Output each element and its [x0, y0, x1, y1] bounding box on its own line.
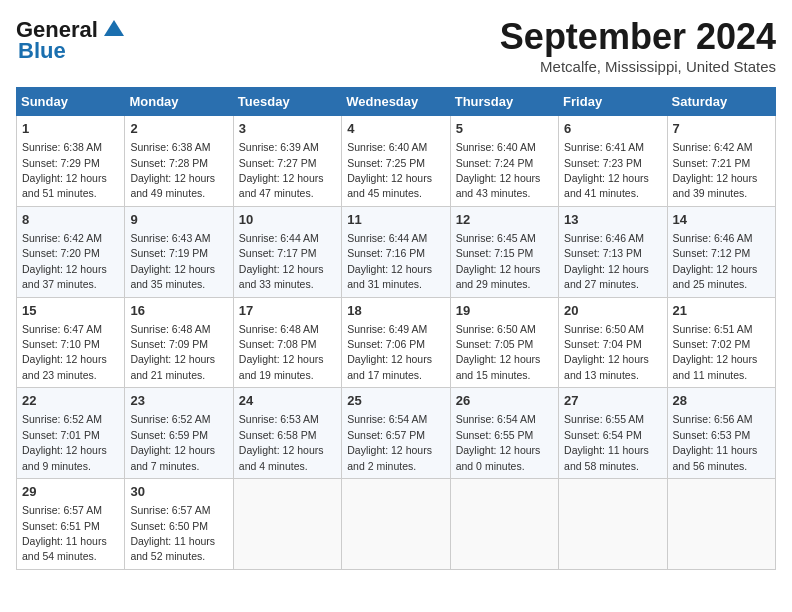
day-number: 16 — [130, 302, 227, 320]
calendar-header-wednesday: Wednesday — [342, 88, 450, 116]
calendar-day-cell: 3Sunrise: 6:39 AMSunset: 7:27 PMDaylight… — [233, 116, 341, 207]
calendar-day-cell: 20Sunrise: 6:50 AMSunset: 7:04 PMDayligh… — [559, 297, 667, 388]
day-info: Sunrise: 6:48 AMSunset: 7:08 PMDaylight:… — [239, 323, 324, 381]
day-number: 6 — [564, 120, 661, 138]
day-info: Sunrise: 6:52 AMSunset: 6:59 PMDaylight:… — [130, 413, 215, 471]
day-info: Sunrise: 6:52 AMSunset: 7:01 PMDaylight:… — [22, 413, 107, 471]
logo-icon — [100, 16, 128, 44]
calendar-day-cell: 21Sunrise: 6:51 AMSunset: 7:02 PMDayligh… — [667, 297, 775, 388]
calendar-day-cell — [667, 479, 775, 570]
day-info: Sunrise: 6:48 AMSunset: 7:09 PMDaylight:… — [130, 323, 215, 381]
day-number: 27 — [564, 392, 661, 410]
day-number: 12 — [456, 211, 553, 229]
calendar-header-friday: Friday — [559, 88, 667, 116]
day-info: Sunrise: 6:43 AMSunset: 7:19 PMDaylight:… — [130, 232, 215, 290]
day-number: 25 — [347, 392, 444, 410]
day-info: Sunrise: 6:40 AMSunset: 7:24 PMDaylight:… — [456, 141, 541, 199]
day-number: 3 — [239, 120, 336, 138]
day-info: Sunrise: 6:55 AMSunset: 6:54 PMDaylight:… — [564, 413, 649, 471]
day-number: 20 — [564, 302, 661, 320]
day-number: 26 — [456, 392, 553, 410]
day-number: 10 — [239, 211, 336, 229]
day-info: Sunrise: 6:54 AMSunset: 6:57 PMDaylight:… — [347, 413, 432, 471]
day-number: 4 — [347, 120, 444, 138]
day-number: 29 — [22, 483, 119, 501]
calendar-header-thursday: Thursday — [450, 88, 558, 116]
calendar-day-cell: 6Sunrise: 6:41 AMSunset: 7:23 PMDaylight… — [559, 116, 667, 207]
calendar-day-cell: 27Sunrise: 6:55 AMSunset: 6:54 PMDayligh… — [559, 388, 667, 479]
day-info: Sunrise: 6:54 AMSunset: 6:55 PMDaylight:… — [456, 413, 541, 471]
day-number: 21 — [673, 302, 770, 320]
day-info: Sunrise: 6:46 AMSunset: 7:13 PMDaylight:… — [564, 232, 649, 290]
day-info: Sunrise: 6:44 AMSunset: 7:16 PMDaylight:… — [347, 232, 432, 290]
calendar-week-row: 8Sunrise: 6:42 AMSunset: 7:20 PMDaylight… — [17, 206, 776, 297]
calendar-day-cell: 24Sunrise: 6:53 AMSunset: 6:58 PMDayligh… — [233, 388, 341, 479]
calendar-day-cell: 28Sunrise: 6:56 AMSunset: 6:53 PMDayligh… — [667, 388, 775, 479]
day-number: 15 — [22, 302, 119, 320]
calendar-day-cell — [450, 479, 558, 570]
calendar-header-saturday: Saturday — [667, 88, 775, 116]
day-info: Sunrise: 6:47 AMSunset: 7:10 PMDaylight:… — [22, 323, 107, 381]
day-number: 14 — [673, 211, 770, 229]
day-info: Sunrise: 6:38 AMSunset: 7:29 PMDaylight:… — [22, 141, 107, 199]
svg-marker-0 — [104, 20, 124, 36]
calendar-day-cell: 17Sunrise: 6:48 AMSunset: 7:08 PMDayligh… — [233, 297, 341, 388]
calendar-day-cell: 30Sunrise: 6:57 AMSunset: 6:50 PMDayligh… — [125, 479, 233, 570]
page-header: General Blue September 2024 Metcalfe, Mi… — [16, 16, 776, 75]
calendar-day-cell: 16Sunrise: 6:48 AMSunset: 7:09 PMDayligh… — [125, 297, 233, 388]
calendar-day-cell: 14Sunrise: 6:46 AMSunset: 7:12 PMDayligh… — [667, 206, 775, 297]
day-number: 19 — [456, 302, 553, 320]
day-info: Sunrise: 6:42 AMSunset: 7:21 PMDaylight:… — [673, 141, 758, 199]
calendar-day-cell: 5Sunrise: 6:40 AMSunset: 7:24 PMDaylight… — [450, 116, 558, 207]
day-info: Sunrise: 6:44 AMSunset: 7:17 PMDaylight:… — [239, 232, 324, 290]
day-info: Sunrise: 6:39 AMSunset: 7:27 PMDaylight:… — [239, 141, 324, 199]
calendar-week-row: 1Sunrise: 6:38 AMSunset: 7:29 PMDaylight… — [17, 116, 776, 207]
calendar-day-cell — [559, 479, 667, 570]
day-info: Sunrise: 6:46 AMSunset: 7:12 PMDaylight:… — [673, 232, 758, 290]
day-info: Sunrise: 6:56 AMSunset: 6:53 PMDaylight:… — [673, 413, 758, 471]
day-number: 24 — [239, 392, 336, 410]
calendar-day-cell: 2Sunrise: 6:38 AMSunset: 7:28 PMDaylight… — [125, 116, 233, 207]
day-info: Sunrise: 6:45 AMSunset: 7:15 PMDaylight:… — [456, 232, 541, 290]
day-number: 30 — [130, 483, 227, 501]
title-area: September 2024 Metcalfe, Mississippi, Un… — [500, 16, 776, 75]
calendar-day-cell: 15Sunrise: 6:47 AMSunset: 7:10 PMDayligh… — [17, 297, 125, 388]
calendar-header-tuesday: Tuesday — [233, 88, 341, 116]
day-number: 28 — [673, 392, 770, 410]
calendar-day-cell: 29Sunrise: 6:57 AMSunset: 6:51 PMDayligh… — [17, 479, 125, 570]
calendar-day-cell: 8Sunrise: 6:42 AMSunset: 7:20 PMDaylight… — [17, 206, 125, 297]
day-number: 1 — [22, 120, 119, 138]
day-number: 7 — [673, 120, 770, 138]
day-number: 11 — [347, 211, 444, 229]
calendar-header-sunday: Sunday — [17, 88, 125, 116]
day-info: Sunrise: 6:42 AMSunset: 7:20 PMDaylight:… — [22, 232, 107, 290]
calendar-week-row: 22Sunrise: 6:52 AMSunset: 7:01 PMDayligh… — [17, 388, 776, 479]
day-info: Sunrise: 6:50 AMSunset: 7:05 PMDaylight:… — [456, 323, 541, 381]
day-info: Sunrise: 6:41 AMSunset: 7:23 PMDaylight:… — [564, 141, 649, 199]
day-info: Sunrise: 6:57 AMSunset: 6:51 PMDaylight:… — [22, 504, 107, 562]
calendar-day-cell: 10Sunrise: 6:44 AMSunset: 7:17 PMDayligh… — [233, 206, 341, 297]
day-info: Sunrise: 6:40 AMSunset: 7:25 PMDaylight:… — [347, 141, 432, 199]
calendar-day-cell: 7Sunrise: 6:42 AMSunset: 7:21 PMDaylight… — [667, 116, 775, 207]
calendar-day-cell: 13Sunrise: 6:46 AMSunset: 7:13 PMDayligh… — [559, 206, 667, 297]
day-number: 13 — [564, 211, 661, 229]
calendar-day-cell: 12Sunrise: 6:45 AMSunset: 7:15 PMDayligh… — [450, 206, 558, 297]
calendar-day-cell: 19Sunrise: 6:50 AMSunset: 7:05 PMDayligh… — [450, 297, 558, 388]
calendar-week-row: 29Sunrise: 6:57 AMSunset: 6:51 PMDayligh… — [17, 479, 776, 570]
logo-blue: Blue — [16, 38, 66, 64]
day-number: 2 — [130, 120, 227, 138]
calendar-day-cell: 1Sunrise: 6:38 AMSunset: 7:29 PMDaylight… — [17, 116, 125, 207]
month-title: September 2024 — [500, 16, 776, 58]
location: Metcalfe, Mississippi, United States — [500, 58, 776, 75]
day-number: 17 — [239, 302, 336, 320]
calendar-day-cell: 11Sunrise: 6:44 AMSunset: 7:16 PMDayligh… — [342, 206, 450, 297]
calendar-week-row: 15Sunrise: 6:47 AMSunset: 7:10 PMDayligh… — [17, 297, 776, 388]
calendar-day-cell: 9Sunrise: 6:43 AMSunset: 7:19 PMDaylight… — [125, 206, 233, 297]
day-info: Sunrise: 6:49 AMSunset: 7:06 PMDaylight:… — [347, 323, 432, 381]
day-number: 18 — [347, 302, 444, 320]
calendar-day-cell: 23Sunrise: 6:52 AMSunset: 6:59 PMDayligh… — [125, 388, 233, 479]
calendar-day-cell: 26Sunrise: 6:54 AMSunset: 6:55 PMDayligh… — [450, 388, 558, 479]
day-info: Sunrise: 6:51 AMSunset: 7:02 PMDaylight:… — [673, 323, 758, 381]
calendar-day-cell: 18Sunrise: 6:49 AMSunset: 7:06 PMDayligh… — [342, 297, 450, 388]
day-number: 22 — [22, 392, 119, 410]
